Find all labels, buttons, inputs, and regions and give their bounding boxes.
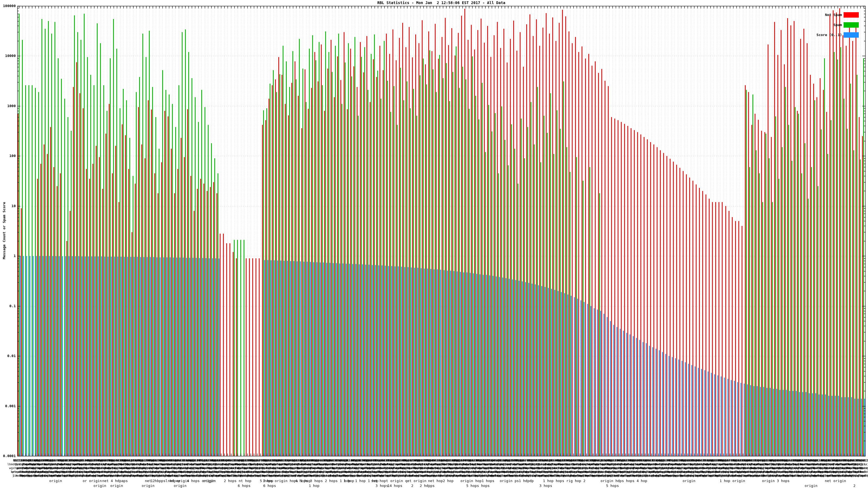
legend-label-spam: Spam — [834, 23, 842, 27]
y-tick-label: 100000 — [0, 4, 16, 8]
y-axis-label: Message Count or Spam Score — [2, 179, 6, 282]
legend-entry-not-spam: Not Spam — [0, 12, 868, 18]
y-tick-label: 10 — [0, 204, 16, 208]
chart-title: RBL Statistics - Mon Jan 2 12:58:06 EST … — [18, 1, 865, 5]
legend-label-score: Score (0..1) — [816, 33, 842, 37]
chart-canvas — [0, 0, 868, 488]
y-tick-label: 0.01 — [0, 354, 16, 358]
y-tick-label: 10000 — [0, 54, 16, 58]
rbl-statistics-chart: RBL Statistics - Mon Jan 2 12:58:06 EST … — [0, 0, 868, 488]
legend-label-not-spam: Not Spam — [825, 13, 842, 17]
legend-swatch-spam — [844, 22, 859, 28]
y-tick-label: 1000 — [0, 104, 16, 108]
y-tick-label: 1 — [0, 254, 16, 258]
y-tick-label: 0.001 — [0, 404, 16, 408]
legend-entry-spam: Spam — [0, 22, 868, 28]
legend-swatch-score — [844, 32, 859, 38]
y-tick-label: 0.1 — [0, 304, 16, 308]
y-tick-label: 0.0001 — [0, 454, 16, 458]
y-tick-label: 100 — [0, 154, 16, 158]
legend-swatch-not-spam — [844, 12, 859, 18]
legend-entry-score: Score (0..1) — [0, 32, 868, 38]
